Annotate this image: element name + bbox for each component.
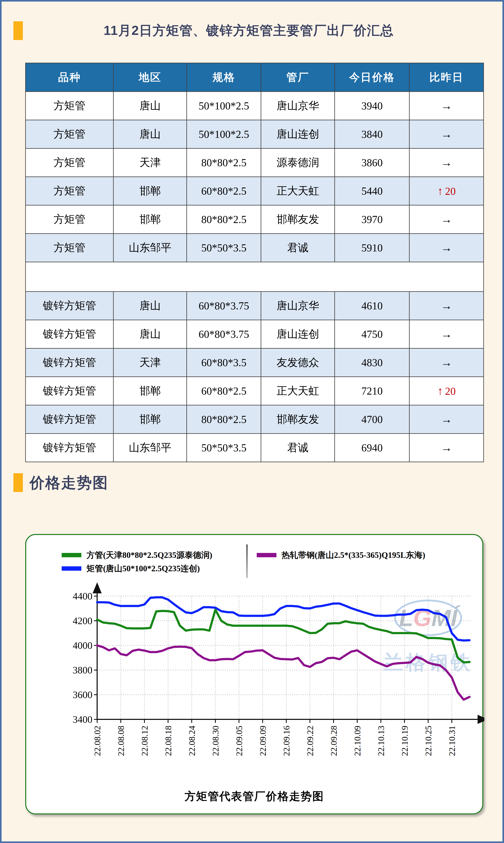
cell-change: → <box>410 320 484 348</box>
cell-price: 3940 <box>335 92 410 120</box>
up-change: ↑20 <box>437 185 456 197</box>
cell-spec: 80*80*2.5 <box>187 205 261 234</box>
cell-price: 6940 <box>335 434 410 462</box>
flat-arrow-icon: → <box>441 99 452 112</box>
cell-factory: 邯郸友发 <box>261 405 335 434</box>
cell-spec: 60*80*3.5 <box>187 348 261 377</box>
cell-variety: 镀锌方矩管 <box>25 320 113 348</box>
table-row: 镀锌方矩管唐山60*80*3.75唐山京华4610→ <box>25 292 484 320</box>
svg-text:22.08.18: 22.08.18 <box>164 726 173 756</box>
legend-divider <box>247 545 248 578</box>
svg-text:22.09.16: 22.09.16 <box>282 726 291 756</box>
svg-text:4200: 4200 <box>73 615 92 626</box>
cell-factory: 唐山连创 <box>261 120 335 149</box>
column-header-3: 管厂 <box>261 63 335 92</box>
cell-variety: 镀锌方矩管 <box>25 348 113 377</box>
cell-factory: 君诚 <box>261 234 335 262</box>
svg-text:3600: 3600 <box>73 689 92 700</box>
up-change: ↑20 <box>437 385 456 397</box>
legend-item-fangguan: 方管(天津80*80*2.5Q235源泰德润) <box>62 549 212 561</box>
trend-line-chart: LGMÍ 兰格钢铁 34003600380040004200440022.08.… <box>26 580 484 784</box>
flat-arrow-icon: → <box>441 441 452 454</box>
cell-variety: 镀锌方矩管 <box>25 292 113 320</box>
cell-change: → <box>410 434 484 462</box>
svg-text:22.10.25: 22.10.25 <box>424 726 433 756</box>
cell-change: ↑20 <box>410 177 484 205</box>
cell-variety: 镀锌方矩管 <box>25 377 113 405</box>
svg-text:22.10.13: 22.10.13 <box>376 726 386 756</box>
table-row: 镀锌方矩管邯郸80*80*2.5邯郸友发4700→ <box>25 405 484 434</box>
svg-text:3800: 3800 <box>73 665 92 675</box>
cell-region: 唐山 <box>113 120 187 149</box>
svg-text:22.10.31: 22.10.31 <box>447 726 457 756</box>
cell-factory: 邯郸友发 <box>261 205 335 234</box>
cell-price: 5440 <box>335 177 410 205</box>
cell-region: 邯郸 <box>113 405 187 434</box>
svg-text:22.10.09: 22.10.09 <box>353 726 362 756</box>
cell-change: → <box>410 234 484 262</box>
chart-legend: 方管(天津80*80*2.5Q235源泰德润) 矩管(唐山50*100*2.5Q… <box>26 543 482 580</box>
cell-spec: 80*80*2.5 <box>187 405 261 434</box>
cell-variety: 镀锌方矩管 <box>25 405 113 434</box>
flat-arrow-icon: → <box>441 213 452 226</box>
cell-price: 4750 <box>335 320 410 348</box>
separator-row <box>25 262 484 292</box>
flat-arrow-icon: → <box>441 413 452 426</box>
cell-change: → <box>410 292 484 320</box>
flat-arrow-icon: → <box>441 128 452 141</box>
trend-section-heading: 价格走势图 <box>13 473 108 493</box>
cell-region: 山东邹平 <box>113 434 187 462</box>
cell-region: 唐山 <box>113 92 187 120</box>
table-row: 方矩管唐山50*100*2.5唐山连创3840→ <box>25 120 484 149</box>
legend-label-juguan: 矩管(唐山50*100*2.5Q235连创) <box>87 563 200 574</box>
flat-arrow-icon: → <box>441 328 452 341</box>
svg-text:22.08.08: 22.08.08 <box>116 726 126 756</box>
cell-region: 山东邹平 <box>113 234 187 262</box>
cell-region: 邯郸 <box>113 205 187 234</box>
cell-spec: 50*100*2.5 <box>187 92 261 120</box>
cell-change: ↑20 <box>410 377 484 405</box>
column-header-2: 规格 <box>187 63 261 92</box>
table-row: 镀锌方矩管天津60*80*3.5友发德众4830→ <box>25 348 484 377</box>
page-title: 11月2日方矩管、镀锌方矩管主要管厂出厂价汇总 <box>13 20 484 40</box>
table-row: 方矩管山东邹平50*50*3.5君诚5910→ <box>25 234 484 262</box>
svg-text:22.09.09: 22.09.09 <box>258 726 268 756</box>
svg-text:4400: 4400 <box>73 590 92 602</box>
legend-item-juguan: 矩管(唐山50*100*2.5Q235连创) <box>62 563 200 574</box>
price-table-wrap: 品种地区规格管厂今日价格比昨日 方矩管唐山50*100*2.5唐山京华3940→… <box>25 63 484 462</box>
table-row: 镀锌方矩管邯郸60*80*2.5正大天虹7210↑20 <box>25 377 484 405</box>
svg-text:22.08.24: 22.08.24 <box>187 726 197 756</box>
cell-change: → <box>410 120 484 149</box>
chart-title: 方矩管代表管厂价格走势图 <box>26 789 482 804</box>
table-header-row: 品种地区规格管厂今日价格比昨日 <box>25 63 484 92</box>
cell-factory: 友发德众 <box>261 348 335 377</box>
cell-variety: 方矩管 <box>25 234 113 262</box>
cell-factory: 正大天虹 <box>261 377 335 405</box>
up-arrow-icon: ↑ <box>437 185 443 197</box>
cell-spec: 50*100*2.5 <box>187 120 261 149</box>
cell-price: 3860 <box>335 149 410 177</box>
legend-swatch-purple <box>257 553 276 557</box>
cell-price: 7210 <box>335 377 410 405</box>
cell-change: → <box>410 149 484 177</box>
price-trend-chart-card: 方管(天津80*80*2.5Q235源泰德润) 矩管(唐山50*100*2.5Q… <box>25 534 483 814</box>
cell-spec: 80*80*2.5 <box>187 149 261 177</box>
separator-cell <box>25 262 484 292</box>
table-row: 方矩管唐山50*100*2.5唐山京华3940→ <box>25 92 484 120</box>
table-row: 镀锌方矩管山东邹平50*50*3.5君诚6940→ <box>25 434 484 462</box>
cell-spec: 60*80*3.75 <box>187 292 261 320</box>
flat-arrow-icon: → <box>441 156 452 169</box>
svg-text:22.09.05: 22.09.05 <box>234 726 244 756</box>
flat-arrow-icon: → <box>441 299 452 312</box>
cell-price: 3970 <box>335 205 410 234</box>
cell-factory: 唐山京华 <box>261 92 335 120</box>
column-header-4: 今日价格 <box>335 63 410 92</box>
cell-variety: 方矩管 <box>25 205 113 234</box>
cell-spec: 50*50*3.5 <box>187 234 261 262</box>
cell-variety: 镀锌方矩管 <box>25 434 113 462</box>
cell-region: 邯郸 <box>113 377 187 405</box>
legend-swatch-blue <box>62 566 82 571</box>
cell-factory: 源泰德润 <box>261 149 335 177</box>
cell-price: 4700 <box>335 405 410 434</box>
price-table: 品种地区规格管厂今日价格比昨日 方矩管唐山50*100*2.5唐山京华3940→… <box>25 63 484 462</box>
